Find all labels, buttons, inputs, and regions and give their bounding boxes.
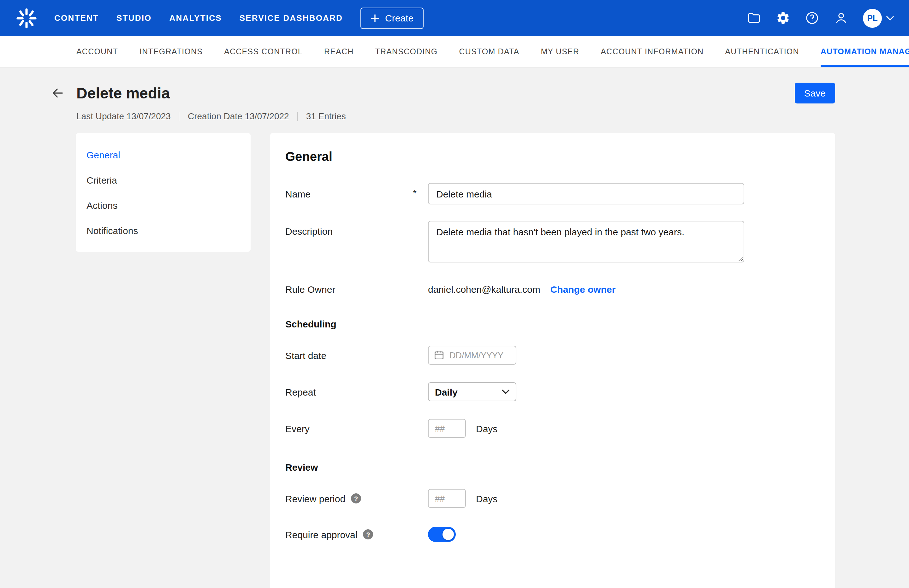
description-label: Description	[285, 226, 333, 237]
avatar[interactable]: PL	[863, 8, 882, 27]
start-date-row: Start date	[285, 346, 820, 365]
description-label-col: Description	[285, 221, 428, 237]
page-title: Delete media	[76, 84, 170, 102]
every-row: Every Days	[285, 419, 820, 438]
repeat-selected-value: Daily	[435, 386, 458, 397]
every-label-col: Every	[285, 423, 428, 434]
back-arrow-icon[interactable]	[50, 86, 65, 100]
tab-access-control[interactable]: ACCESS CONTROL	[224, 36, 303, 67]
scheduling-section-title: Scheduling	[285, 318, 820, 330]
page-main: Delete media Save Last Update 13/07/2023…	[0, 82, 909, 588]
app-viewport: CONTENT STUDIO ANALYTICS SERVICE DASHBOA…	[0, 0, 909, 588]
start-date-control	[428, 346, 516, 365]
rule-owner-row: Rule Owner daniel.cohen@kaltura.com Chan…	[285, 284, 820, 295]
form-section-title: General	[285, 150, 820, 164]
require-approval-label-col: Require approval ?	[285, 529, 428, 540]
repeat-row: Repeat Daily	[285, 382, 820, 401]
account-menu[interactable]: PL	[863, 8, 894, 27]
rule-owner-label: Rule Owner	[285, 284, 335, 295]
create-button[interactable]: Create	[361, 7, 424, 29]
nav-item-service-dashboard[interactable]: SERVICE DASHBOARD	[239, 13, 343, 23]
review-period-unit-label: Days	[476, 493, 497, 504]
nav-item-analytics[interactable]: ANALYTICS	[170, 13, 222, 23]
plus-icon	[370, 14, 379, 23]
review-period-help-icon[interactable]: ?	[351, 493, 361, 504]
calendar-icon	[433, 350, 445, 360]
start-date-label-col: Start date	[285, 350, 428, 360]
page-meta: Last Update 13/07/2023 Creation Date 13/…	[76, 111, 835, 121]
tab-authentication[interactable]: AUTHENTICATION	[725, 36, 799, 67]
gear-icon[interactable]	[776, 11, 790, 25]
required-asterisk: *	[413, 188, 417, 199]
review-section-title: Review	[285, 462, 820, 473]
review-period-control: Days	[428, 489, 497, 508]
sidebar-item-notifications[interactable]: Notifications	[76, 218, 251, 243]
toggle-knob	[443, 529, 454, 540]
description-textarea[interactable]: Delete media that hasn't been played in …	[428, 221, 744, 262]
require-approval-label: Require approval	[285, 529, 357, 540]
rule-owner-value: daniel.cohen@kaltura.com	[428, 284, 540, 295]
every-input[interactable]	[428, 419, 466, 438]
last-update-text: Last Update 13/07/2023	[76, 111, 171, 121]
description-row: Description Delete media that hasn't bee…	[285, 221, 820, 262]
name-input[interactable]	[428, 183, 744, 204]
sidebar-item-actions[interactable]: Actions	[76, 192, 251, 218]
repeat-label: Repeat	[285, 386, 316, 397]
primary-nav: CONTENT STUDIO ANALYTICS SERVICE DASHBOA…	[54, 13, 343, 23]
avatar-initials: PL	[867, 13, 877, 23]
review-period-label-col: Review period ?	[285, 493, 428, 504]
nav-item-studio[interactable]: STUDIO	[116, 13, 152, 23]
repeat-select[interactable]: Daily	[428, 382, 516, 401]
tab-automation-manager[interactable]: AUTOMATION MANAGER	[821, 36, 909, 67]
tab-reach[interactable]: REACH	[324, 36, 354, 67]
tab-account-information[interactable]: ACCOUNT INFORMATION	[601, 36, 704, 67]
change-owner-link[interactable]: Change owner	[550, 284, 616, 295]
user-icon[interactable]	[834, 11, 848, 25]
name-label: Name	[285, 188, 311, 199]
require-approval-row: Require approval ?	[285, 527, 820, 542]
every-unit-label: Days	[476, 423, 497, 434]
page-header: Delete media Save	[50, 82, 835, 103]
kaltura-logo-icon[interactable]	[15, 6, 38, 29]
name-label-col: Name *	[285, 188, 428, 199]
entries-count-text: 31 Entries	[306, 111, 346, 121]
review-period-row: Review period ? Days	[285, 489, 820, 508]
folder-icon[interactable]	[747, 11, 761, 25]
rule-owner-label-col: Rule Owner	[285, 284, 428, 295]
meta-divider	[297, 111, 298, 121]
tab-custom-data[interactable]: CUSTOM DATA	[459, 36, 519, 67]
nav-item-content[interactable]: CONTENT	[54, 13, 99, 23]
sidebar-item-criteria[interactable]: Criteria	[76, 167, 251, 192]
every-control: Days	[428, 419, 497, 438]
general-form-card: General Name * Description	[270, 133, 835, 588]
require-approval-help-icon[interactable]: ?	[363, 529, 374, 540]
repeat-control: Daily	[428, 382, 516, 401]
creation-date-text: Creation Date 13/07/2022	[188, 111, 289, 121]
create-button-label: Create	[385, 13, 414, 23]
repeat-label-col: Repeat	[285, 386, 428, 397]
settings-tabs: ACCOUNT INTEGRATIONS ACCESS CONTROL REAC…	[0, 36, 909, 68]
top-bar-actions: PL	[747, 8, 894, 27]
rule-owner-control: daniel.cohen@kaltura.com Change owner	[428, 284, 615, 295]
help-icon[interactable]	[805, 11, 819, 25]
meta-divider	[179, 111, 180, 121]
tab-account[interactable]: ACCOUNT	[76, 36, 118, 67]
save-button[interactable]: Save	[795, 82, 835, 103]
tab-transcoding[interactable]: TRANSCODING	[375, 36, 437, 67]
content-area: General Criteria Actions Notifications G…	[76, 133, 835, 588]
rule-sections-sidebar: General Criteria Actions Notifications	[76, 133, 251, 252]
require-approval-control	[428, 527, 456, 542]
start-date-label: Start date	[285, 350, 326, 360]
select-chevron-down-icon	[502, 389, 509, 394]
review-period-label: Review period	[285, 493, 345, 504]
top-bar: CONTENT STUDIO ANALYTICS SERVICE DASHBOA…	[0, 0, 909, 36]
name-row: Name *	[285, 183, 820, 204]
review-period-input[interactable]	[428, 489, 466, 508]
chevron-down-icon	[886, 15, 894, 21]
tab-integrations[interactable]: INTEGRATIONS	[139, 36, 203, 67]
sidebar-item-general[interactable]: General	[76, 142, 251, 167]
tab-my-user[interactable]: MY USER	[541, 36, 579, 67]
description-control: Delete media that hasn't been played in …	[428, 221, 744, 262]
name-control	[428, 183, 744, 204]
require-approval-toggle[interactable]	[428, 527, 456, 542]
